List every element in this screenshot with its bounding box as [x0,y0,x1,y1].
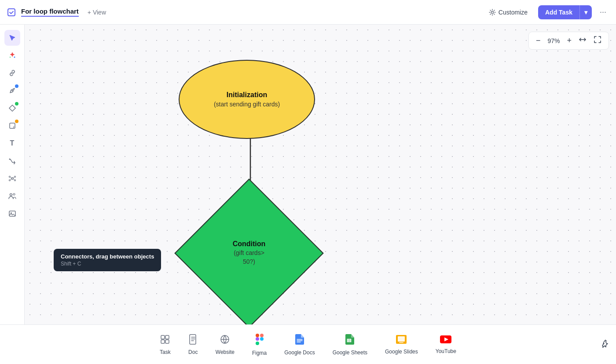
header: For loop flowchart + View Customize Add … [0,0,616,25]
pen-icon [8,87,16,95]
svg-rect-28 [190,335,196,344]
shape-tool-button[interactable] [4,100,20,116]
diamond-icon [8,104,16,112]
svg-point-1 [491,11,493,13]
image-tool-button[interactable] [4,206,20,222]
svg-line-12 [10,177,11,178]
initialization-title: Initialization [227,91,267,99]
youtube-icon [440,335,452,346]
svg-rect-18 [9,211,15,216]
svg-rect-25 [165,335,169,339]
zoom-out-button[interactable]: − [534,35,543,46]
app-logo [7,8,16,17]
fit-width-button[interactable] [577,35,588,47]
svg-rect-0 [8,9,15,16]
svg-rect-32 [256,337,259,341]
svg-rect-27 [165,340,169,343]
svg-rect-24 [161,335,165,339]
google-sheets-label: Google Sheets [333,349,367,356]
link-icon [8,69,16,77]
svg-point-6 [9,159,10,160]
svg-rect-31 [260,334,264,337]
more-options-button[interactable]: ··· [597,5,609,19]
customize-label: Customize [499,9,528,16]
condition-title: Condition [233,240,266,248]
network-icon [8,175,16,182]
google-docs-icon [295,334,304,347]
svg-rect-37 [347,341,349,342]
youtube-label: YouTube [436,348,456,354]
svg-rect-5 [10,123,15,128]
sticky-dot [15,120,18,123]
svg-rect-43 [398,336,405,342]
magic-tool-button[interactable] [4,47,20,63]
doc-label: Doc [188,349,198,355]
main-area: T [0,25,616,324]
add-view-label: + View [88,9,106,16]
tooltip-shortcut: Shift + C [61,261,154,267]
customize-button[interactable]: Customize [484,6,533,18]
svg-rect-30 [256,334,259,337]
network-tool-button[interactable] [4,171,20,186]
initialization-subtitle: (start sending gift cards) [214,101,280,108]
svg-point-34 [260,337,264,341]
google-docs-label: Google Docs [284,349,315,356]
svg-point-16 [10,194,12,196]
svg-point-3 [10,57,11,58]
zoom-controls: − 97% + [528,32,609,50]
task-icon [160,334,170,346]
svg-point-9 [14,176,15,178]
add-view-button[interactable]: + View [84,7,110,18]
task-item[interactable]: Task [151,331,180,359]
svg-rect-38 [349,341,351,342]
zoom-in-button[interactable]: + [565,35,573,46]
pin-button[interactable] [600,339,609,350]
svg-point-4 [11,90,13,91]
sidebar-toolbar: T [0,25,25,324]
figma-item[interactable]: Figma [243,330,275,360]
google-sheets-item[interactable]: Google Sheets [324,330,376,359]
bottom-bar: Task Doc Website [0,324,616,364]
add-task-button[interactable]: Add Task ▾ [538,5,592,19]
doc-item[interactable]: Doc [180,331,207,359]
logo-icon [7,8,16,17]
add-task-label: Add Task [538,5,579,19]
text-tool-button[interactable]: T [4,135,20,151]
condition-text: Condition (gift cards>50?) [233,240,266,266]
text-icon: T [10,139,15,147]
svg-rect-35 [347,339,349,340]
google-slides-item[interactable]: Google Slides [376,331,427,358]
website-item[interactable]: Website [207,331,243,359]
shape-dot [15,102,18,106]
people-icon [8,192,16,200]
google-docs-item[interactable]: Google Docs [275,330,323,359]
figma-label: Figma [252,350,267,356]
figma-icon [255,333,264,347]
canvas-area[interactable]: B − 97% + [25,25,616,324]
people-tool-button[interactable] [4,188,20,204]
youtube-item[interactable]: YouTube [427,331,465,358]
initialization-shape[interactable]: Initialization (start sending gift cards… [179,60,315,139]
fit-width-icon [579,36,587,44]
header-left: For loop flowchart + View [7,7,110,18]
svg-line-15 [13,179,15,180]
doc-icon [188,334,198,346]
sticky-tool-button[interactable] [4,118,20,134]
connector-tool-button[interactable] [4,153,20,169]
svg-point-7 [11,178,13,179]
select-tool-button[interactable] [4,30,20,46]
fullscreen-button[interactable] [592,35,603,47]
google-slides-icon [396,335,407,346]
link-tool-button[interactable] [4,65,20,81]
svg-rect-36 [349,339,351,340]
header-right: Customize Add Task ▾ ··· [484,5,609,19]
google-sheets-icon [345,334,355,347]
add-task-dropdown-arrow[interactable]: ▾ [579,5,592,19]
svg-line-14 [10,179,11,180]
flowchart: Initialization (start sending gift cards… [25,25,616,324]
condition-shape-container: Condition (gift cards>50?) [187,192,311,315]
document-title: For loop flowchart [21,7,79,17]
svg-line-13 [13,177,15,178]
pen-tool-button[interactable] [4,83,20,98]
connector-icon [8,157,16,165]
